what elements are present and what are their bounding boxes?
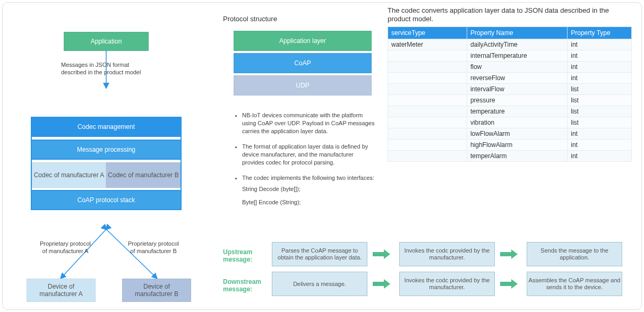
table-row: pressurelist — [388, 95, 632, 106]
upstream-step-2-text: Invokes the codc provided by the manufac… — [401, 247, 493, 261]
col-propertytype: Property Type — [568, 27, 632, 39]
application-box: Application — [64, 32, 149, 51]
table-row: temperaturelist — [388, 106, 632, 117]
table-cell — [388, 140, 467, 151]
protocol-app-layer-label: Application layer — [279, 37, 326, 45]
table-cell — [388, 84, 467, 95]
upstream-step-3-text: Sends the message to the application. — [528, 247, 621, 261]
codec-b-label: Codec of manufacturer B — [108, 171, 178, 179]
downstream-step-3: Assembles the CoAP message and sends it … — [527, 272, 622, 296]
arrow-right-icon — [373, 279, 394, 289]
protocol-udp-box: UDP — [234, 75, 372, 96]
prop-b-2: of manufacturer B — [130, 248, 176, 254]
arrow-right-icon — [500, 279, 521, 289]
device-a-label: Device of manufacturer A — [28, 283, 94, 298]
upstream-label: Upstream message: — [223, 248, 271, 263]
downstream-step-1: Delivers a message. — [272, 272, 367, 296]
table-row: temperAlarmint — [388, 151, 632, 162]
table-cell: temperature — [467, 106, 567, 117]
table-cell: int — [568, 73, 632, 84]
codec-a-label: Codec of manufacturer A — [34, 171, 105, 179]
arrow-right-icon — [373, 249, 394, 259]
codec-b-box: Codec of manufacturer B — [106, 162, 181, 188]
application-label: Application — [91, 38, 122, 45]
table-row: lowFlowAlarmint — [388, 128, 632, 140]
table-row: flowint — [388, 62, 632, 73]
protocol-coap-label: CoAP — [294, 59, 311, 67]
table-row: intervalFlowlist — [388, 84, 632, 95]
table-cell: int — [568, 140, 632, 151]
interface-encode: Byte[] Encode (String); — [242, 198, 377, 206]
prop-b-1: Proprietary protocol — [128, 240, 179, 247]
json-msg-caption-1: Messages in JSON format — [61, 62, 129, 68]
table-cell: waterMeter — [388, 39, 467, 50]
protocol-structure-heading: Protocol structure — [223, 15, 277, 23]
table-cell: highFlowAlarm — [467, 140, 567, 151]
json-msg-caption-2: described in the product model — [61, 69, 141, 75]
table-cell: pressure — [467, 95, 567, 106]
table-cell: intervalFlow — [467, 84, 567, 95]
upstream-label-text: Upstream message: — [223, 248, 252, 263]
downstream-label: Downstream message: — [223, 278, 271, 293]
bullets-list: NB-IoT devices communicate with the plat… — [234, 111, 377, 212]
prop-protocol-b-caption: Proprietary protocol of manufacturer B — [119, 240, 188, 255]
downstream-label-text: Downstream message: — [223, 278, 261, 293]
table-cell: int — [568, 50, 632, 62]
downstream-step-1-text: Delivers a message. — [293, 281, 346, 288]
table-row: vibrationlist — [388, 117, 632, 128]
table-header-row: serviceType Property Name Property Type — [388, 27, 632, 39]
downstream-step-3-text: Assembles the CoAP message and sends it … — [528, 277, 621, 291]
protocol-app-layer-box: Application layer — [234, 31, 372, 51]
downstream-step-2-text: Invokes the codc provided by the manufac… — [401, 277, 493, 291]
json-msg-caption: Messages in JSON format described in the… — [61, 61, 167, 76]
table-cell: flow — [467, 62, 567, 73]
table-cell — [388, 50, 467, 62]
table-cell: int — [568, 62, 632, 73]
table-cell — [388, 151, 467, 162]
table-cell — [388, 117, 467, 128]
coap-stack-label: CoAP protocol stack — [78, 196, 135, 204]
coap-stack-box: CoAP protocol stack — [31, 190, 182, 210]
table-cell: int — [568, 128, 632, 140]
bullet-3: The codec implements the following two i… — [242, 174, 377, 182]
codec-mgmt-label: Codec management — [78, 123, 135, 131]
upstream-step-1-text: Parses the CoAP message to obtain the ap… — [273, 247, 366, 261]
bullet-2: The format of application layer data is … — [242, 143, 377, 167]
col-servicetype: serviceType — [388, 27, 467, 39]
msg-processing-box: Message processing — [31, 140, 182, 160]
codec-mgmt-box: Codec management — [31, 117, 182, 137]
msg-processing-label: Message processing — [77, 146, 135, 153]
bullet-1: NB-IoT devices communicate with the plat… — [242, 111, 377, 135]
table-cell: reverseFlow — [467, 73, 567, 84]
codec-a-box: Codec of manufacturer A — [32, 162, 106, 188]
table-cell: dailyActivityTime — [467, 39, 567, 50]
table-cell: vibration — [467, 117, 567, 128]
table-cell: list — [568, 95, 632, 106]
arrow-right-icon — [500, 249, 521, 259]
table-cell: internalTemperature — [467, 50, 567, 62]
table-cell: list — [568, 84, 632, 95]
prop-protocol-a-caption: Proprietary protocol of manufacturer A — [31, 240, 100, 255]
table-cell: int — [568, 151, 632, 162]
device-a-box: Device of manufacturer A — [27, 279, 96, 302]
table-cell: lowFlowAlarm — [467, 128, 567, 140]
prop-a-2: of manufacturer A — [42, 248, 89, 254]
upstream-step-3: Sends the message to the application. — [527, 242, 622, 266]
downstream-step-2: Invokes the codc provided by the manufac… — [399, 272, 495, 296]
protocol-udp-label: UDP — [296, 82, 309, 89]
table-cell: list — [568, 106, 632, 117]
table-cell: list — [568, 117, 632, 128]
col-propertyname: Property Name — [467, 27, 567, 39]
table-cell: temperAlarm — [467, 151, 567, 162]
table-cell — [388, 73, 467, 84]
table-cell: int — [568, 39, 632, 50]
prop-a-1: Proprietary protocol — [40, 240, 91, 247]
protocol-coap-box: CoAP — [234, 53, 372, 73]
table-row: internalTemperatureint — [388, 50, 632, 62]
table-row: highFlowAlarmint — [388, 140, 632, 151]
device-b-box: Device of manufacturer B — [122, 279, 191, 302]
table-caption: The codec converts application layer dat… — [388, 6, 632, 23]
upstream-step-1: Parses the CoAP message to obtain the ap… — [272, 242, 367, 266]
table-cell — [388, 62, 467, 73]
table-row: reverseFlowint — [388, 73, 632, 84]
